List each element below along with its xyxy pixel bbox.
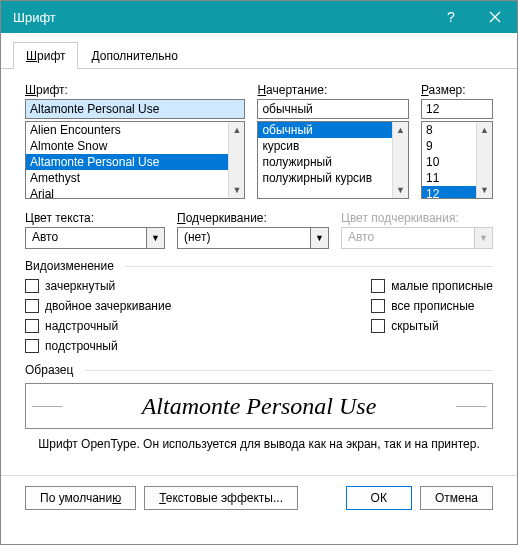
style-listbox[interactable]: обычныйкурсивполужирныйполужирный курсив… [257, 121, 409, 199]
effects-label: Видоизменение [25, 259, 493, 273]
underline-color-label: Цвет подчеркивания: [341, 211, 493, 225]
underline-combo[interactable]: (нет) ▼ [177, 227, 329, 249]
help-button[interactable]: ? [429, 1, 473, 33]
list-item[interactable]: полужирный [258, 154, 408, 170]
preview-text: Altamonte Personal Use [142, 393, 377, 420]
close-icon [489, 11, 501, 23]
style-input[interactable] [257, 99, 409, 119]
size-input[interactable] [421, 99, 493, 119]
list-item[interactable]: обычный [258, 122, 408, 138]
cancel-button[interactable]: Отмена [420, 486, 493, 510]
scrollbar[interactable]: ▲▼ [392, 122, 408, 198]
checkbox-двойное-зачеркивание[interactable]: двойное зачеркивание [25, 299, 171, 313]
list-item[interactable]: Arial [26, 186, 244, 199]
chevron-down-icon: ▼ [310, 228, 328, 248]
font-input[interactable] [25, 99, 245, 119]
checkbox-icon [25, 279, 39, 293]
underline-label: Подчеркивание: [177, 211, 329, 225]
checkbox-icon [371, 279, 385, 293]
underline-color-combo: Авто ▼ [341, 227, 493, 249]
checkbox-скрытый[interactable]: скрытый [371, 319, 493, 333]
checkbox-icon [25, 299, 39, 313]
window-title: Шрифт [13, 10, 429, 25]
font-label: Шрифт: [25, 83, 245, 97]
list-item[interactable]: курсив [258, 138, 408, 154]
chevron-down-icon: ▼ [146, 228, 164, 248]
list-item[interactable]: Alien Encounters [26, 122, 244, 138]
checkbox-icon [371, 319, 385, 333]
font-dialog: Шрифт ? Шрифт Дополнительно Шрифт: Alien… [0, 0, 518, 545]
size-listbox[interactable]: 89101112 ▲▼ [421, 121, 493, 199]
size-label: Размер: [421, 83, 493, 97]
tab-advanced[interactable]: Дополнительно [78, 42, 190, 69]
font-note: Шрифт OpenType. Он используется для выво… [25, 437, 493, 451]
color-combo[interactable]: Авто ▼ [25, 227, 165, 249]
list-item[interactable]: Amethyst [26, 170, 244, 186]
list-item[interactable]: полужирный курсив [258, 170, 408, 186]
checkbox-все-прописные[interactable]: все прописные [371, 299, 493, 313]
style-label: Начертание: [257, 83, 409, 97]
list-item[interactable]: Almonte Snow [26, 138, 244, 154]
checkbox-icon [25, 319, 39, 333]
checkbox-icon [25, 339, 39, 353]
preview-box: Altamonte Personal Use [25, 383, 493, 429]
titlebar: Шрифт ? [1, 1, 517, 33]
checkbox-icon [371, 299, 385, 313]
checkbox-малые-прописные[interactable]: малые прописные [371, 279, 493, 293]
scrollbar[interactable]: ▲▼ [228, 122, 244, 198]
list-item[interactable]: Altamonte Personal Use [26, 154, 244, 170]
tab-font[interactable]: Шрифт [13, 42, 78, 69]
close-button[interactable] [473, 1, 517, 33]
checkbox-надстрочный[interactable]: надстрочный [25, 319, 171, 333]
color-label: Цвет текста: [25, 211, 165, 225]
chevron-down-icon: ▼ [474, 228, 492, 248]
scrollbar[interactable]: ▲▼ [476, 122, 492, 198]
default-button[interactable]: По умолчанию [25, 486, 136, 510]
tab-strip: Шрифт Дополнительно [1, 33, 517, 69]
checkbox-подстрочный[interactable]: подстрочный [25, 339, 171, 353]
sample-label: Образец [25, 363, 493, 377]
font-listbox[interactable]: Alien EncountersAlmonte SnowAltamonte Pe… [25, 121, 245, 199]
checkbox-зачеркнутый[interactable]: зачеркнутый [25, 279, 171, 293]
text-effects-button[interactable]: Текстовые эффекты... [144, 486, 298, 510]
ok-button[interactable]: ОК [346, 486, 412, 510]
